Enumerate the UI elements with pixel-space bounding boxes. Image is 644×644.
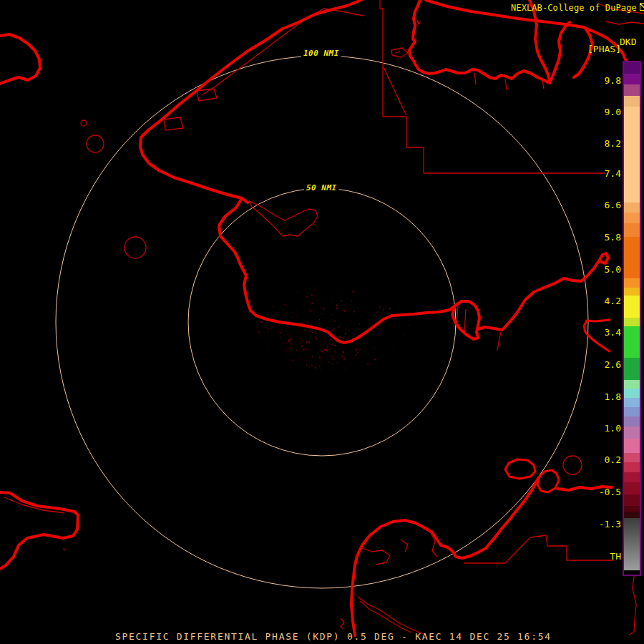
lake-circle-1 (87, 135, 104, 152)
status-bar-text: SPECIFIC DIFFERENTIAL PHASE (KDP) 0.5 DE… (115, 632, 552, 642)
colorbar-segment (624, 416, 640, 426)
colorbar-segment (624, 506, 640, 512)
colorbar-segment (624, 398, 640, 407)
colorbar-segment (624, 380, 640, 389)
colorbar-segment (624, 296, 640, 318)
island-oval-bottomright (505, 459, 535, 479)
line-below-colorbar (629, 576, 636, 635)
radar-display: 100 NMI 50 NMI NEXLAB-College of DuPage … (0, 0, 644, 644)
colorbar-segment (624, 278, 640, 288)
islet-tick-1 (474, 73, 476, 84)
dome-inner-1 (362, 548, 390, 565)
colorbar-segment (624, 84, 640, 96)
colorbar-label: 9.0 (592, 107, 621, 117)
colorbar-segment (624, 288, 640, 296)
colorbar-label: 7.4 (592, 168, 621, 179)
brand-text: NEXLAB-College of DuPage (511, 3, 637, 13)
range-ring-label-100nmi: 100 NMI (301, 49, 341, 59)
colorbar-segment (624, 482, 640, 494)
colorbar-label: 0.2 (592, 454, 621, 465)
island-loop-central (449, 301, 479, 339)
colorbar-label: 8.2 (592, 138, 621, 149)
product-code: DKD (620, 37, 636, 47)
colorbar-segment (624, 318, 640, 326)
islet-tick-2 (505, 79, 507, 90)
colorbar-segment (624, 407, 640, 416)
colorbar-segment (624, 439, 640, 453)
colorbar-label: 1.8 (592, 391, 621, 402)
range-ring-label-50nmi: 50 NMI (304, 183, 339, 193)
product-units: [PHAS] (587, 44, 621, 54)
river-tail (497, 332, 501, 351)
peninsula-bottomleft (0, 492, 78, 569)
lake-circle-2 (125, 237, 146, 258)
peninsula-dot (63, 549, 66, 550)
colorbar-label: 6.6 (592, 200, 621, 210)
map-detail-thin (4, 0, 644, 635)
colorbar-segment (624, 358, 640, 380)
colorbar-segment (624, 326, 640, 358)
colorbar-segment (624, 62, 640, 74)
colorbar-segment (624, 570, 640, 575)
dome-river-2 (360, 601, 411, 633)
islet-dot (417, 21, 420, 24)
county-boundary-top-diagonal (384, 67, 406, 115)
barrier-island-1 (197, 89, 217, 101)
colorbar-label: 5.0 (592, 264, 621, 275)
dome-inner-2 (401, 540, 408, 552)
colorbar-segment (624, 472, 640, 482)
radar-map-canvas (0, 0, 644, 644)
colorbar-segments (624, 62, 640, 575)
lake-dome-bottom (351, 477, 540, 635)
barrier-island-2 (164, 117, 183, 130)
colorbar-label: -0.5 (592, 487, 621, 497)
colorbar-segment (624, 203, 640, 213)
colorbar-label: 1.0 (592, 423, 621, 434)
colorbar-label: 3.4 (592, 327, 621, 338)
colorbar-segment (624, 96, 640, 107)
dome-squiggle (341, 618, 344, 629)
islet-cluster (391, 48, 408, 57)
colorbar (623, 61, 641, 576)
bay-outline (249, 201, 318, 236)
window-diagonal-icon (640, 3, 644, 11)
colorbar-label: -1.3 (592, 519, 621, 530)
island-topleft (0, 34, 40, 84)
colorbar-label: 2.6 (592, 359, 621, 370)
colorbar-label: 9.8 (592, 75, 621, 86)
colorbar-label: 4.2 (592, 296, 621, 306)
colorbar-segment (624, 494, 640, 506)
colorbar-segment (624, 107, 640, 203)
colorbar-segment (624, 453, 640, 462)
colorbar-segment (624, 512, 640, 518)
colorbar-label: 5.8 (592, 232, 621, 243)
coastline-thin-topright-2 (606, 21, 644, 24)
river-blob-2 (464, 309, 466, 332)
colorbar-segment (624, 74, 640, 84)
radar-echo-speckles (256, 286, 409, 370)
colorbar-label: TH (592, 551, 621, 562)
colorbar-segment (624, 426, 640, 439)
lake-circle-small (81, 120, 87, 126)
colorbar-segment (624, 237, 640, 278)
range-ring-50nmi (188, 188, 456, 456)
lake-circle-3 (563, 456, 582, 474)
dome-river-1 (358, 597, 424, 634)
colorbar-segment (624, 462, 640, 472)
colorbar-segment (624, 223, 640, 237)
colorbar-segment (624, 389, 640, 398)
colorbar-segment (624, 518, 640, 570)
map-coastlines-thick (0, 0, 628, 635)
brand-header: NEXLAB-College of DuPage (511, 3, 644, 13)
coastline-central (219, 198, 449, 343)
colorbar-segment (624, 213, 640, 223)
coastline-east (478, 253, 608, 330)
